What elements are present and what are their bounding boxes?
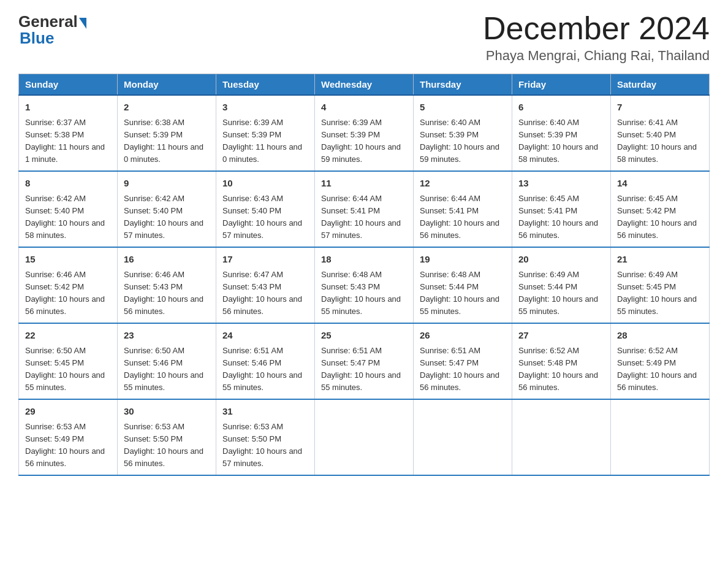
month-title: December 2024	[483, 12, 710, 44]
calendar-cell: 22 Sunrise: 6:50 AMSunset: 5:45 PMDaylig…	[19, 323, 118, 399]
page-header: General Blue December 2024 Phaya Mengrai…	[18, 12, 710, 64]
day-number: 22	[25, 329, 111, 343]
day-info: Sunrise: 6:49 AMSunset: 5:45 PMDaylight:…	[617, 270, 697, 316]
calendar-cell: 8 Sunrise: 6:42 AMSunset: 5:40 PMDayligh…	[19, 171, 118, 247]
header-friday: Friday	[512, 74, 611, 96]
calendar-cell: 1 Sunrise: 6:37 AMSunset: 5:38 PMDayligh…	[19, 95, 118, 171]
calendar-cell: 10 Sunrise: 6:43 AMSunset: 5:40 PMDaylig…	[216, 171, 315, 247]
week-row-1: 1 Sunrise: 6:37 AMSunset: 5:38 PMDayligh…	[19, 95, 710, 171]
week-row-5: 29 Sunrise: 6:53 AMSunset: 5:49 PMDaylig…	[19, 399, 710, 475]
day-number: 26	[420, 329, 506, 343]
title-area: December 2024 Phaya Mengrai, Chiang Rai,…	[483, 12, 710, 64]
calendar-cell: 26 Sunrise: 6:51 AMSunset: 5:47 PMDaylig…	[414, 323, 512, 399]
day-number: 27	[518, 329, 604, 343]
calendar-cell: 11 Sunrise: 6:44 AMSunset: 5:41 PMDaylig…	[315, 171, 414, 247]
day-number: 6	[518, 101, 604, 115]
day-number: 23	[124, 329, 210, 343]
header-saturday: Saturday	[611, 74, 710, 96]
day-number: 10	[222, 177, 308, 191]
day-number: 21	[617, 253, 703, 267]
day-number: 7	[617, 101, 703, 115]
day-info: Sunrise: 6:43 AMSunset: 5:40 PMDaylight:…	[222, 194, 302, 240]
day-info: Sunrise: 6:42 AMSunset: 5:40 PMDaylight:…	[124, 194, 203, 240]
day-number: 30	[124, 405, 210, 419]
day-number: 12	[420, 177, 506, 191]
day-info: Sunrise: 6:51 AMSunset: 5:47 PMDaylight:…	[420, 346, 499, 392]
day-number: 8	[25, 177, 111, 191]
day-info: Sunrise: 6:53 AMSunset: 5:50 PMDaylight:…	[222, 422, 302, 468]
day-info: Sunrise: 6:42 AMSunset: 5:40 PMDaylight:…	[25, 194, 105, 240]
day-info: Sunrise: 6:46 AMSunset: 5:42 PMDaylight:…	[25, 270, 105, 316]
header-wednesday: Wednesday	[315, 74, 414, 96]
calendar-cell: 7 Sunrise: 6:41 AMSunset: 5:40 PMDayligh…	[611, 95, 710, 171]
calendar-cell	[611, 399, 710, 475]
calendar-cell	[315, 399, 414, 475]
day-info: Sunrise: 6:48 AMSunset: 5:43 PMDaylight:…	[321, 270, 401, 316]
day-info: Sunrise: 6:53 AMSunset: 5:50 PMDaylight:…	[124, 422, 203, 468]
calendar-cell: 18 Sunrise: 6:48 AMSunset: 5:43 PMDaylig…	[315, 247, 414, 323]
day-number: 29	[25, 405, 111, 419]
week-row-3: 15 Sunrise: 6:46 AMSunset: 5:42 PMDaylig…	[19, 247, 710, 323]
day-info: Sunrise: 6:52 AMSunset: 5:48 PMDaylight:…	[518, 346, 598, 392]
calendar-cell: 29 Sunrise: 6:53 AMSunset: 5:49 PMDaylig…	[19, 399, 118, 475]
day-info: Sunrise: 6:51 AMSunset: 5:47 PMDaylight:…	[321, 346, 401, 392]
header-tuesday: Tuesday	[216, 74, 315, 96]
logo-blue-text: Blue	[18, 29, 54, 48]
header-monday: Monday	[118, 74, 216, 96]
day-number: 19	[420, 253, 506, 267]
calendar-cell: 25 Sunrise: 6:51 AMSunset: 5:47 PMDaylig…	[315, 323, 414, 399]
calendar-cell: 6 Sunrise: 6:40 AMSunset: 5:39 PMDayligh…	[512, 95, 611, 171]
calendar-cell	[414, 399, 512, 475]
day-number: 25	[321, 329, 407, 343]
day-number: 1	[25, 101, 111, 115]
day-number: 16	[124, 253, 210, 267]
day-number: 17	[222, 253, 308, 267]
day-info: Sunrise: 6:39 AMSunset: 5:39 PMDaylight:…	[321, 118, 401, 164]
header-sunday: Sunday	[19, 74, 118, 96]
day-number: 18	[321, 253, 407, 267]
calendar-cell: 14 Sunrise: 6:45 AMSunset: 5:42 PMDaylig…	[611, 171, 710, 247]
day-info: Sunrise: 6:39 AMSunset: 5:39 PMDaylight:…	[222, 118, 302, 164]
calendar-cell: 24 Sunrise: 6:51 AMSunset: 5:46 PMDaylig…	[216, 323, 315, 399]
day-info: Sunrise: 6:40 AMSunset: 5:39 PMDaylight:…	[420, 118, 499, 164]
day-info: Sunrise: 6:41 AMSunset: 5:40 PMDaylight:…	[617, 118, 697, 164]
calendar-cell: 2 Sunrise: 6:38 AMSunset: 5:39 PMDayligh…	[118, 95, 216, 171]
day-info: Sunrise: 6:40 AMSunset: 5:39 PMDaylight:…	[518, 118, 598, 164]
day-number: 13	[518, 177, 604, 191]
calendar-cell: 9 Sunrise: 6:42 AMSunset: 5:40 PMDayligh…	[118, 171, 216, 247]
calendar-cell: 16 Sunrise: 6:46 AMSunset: 5:43 PMDaylig…	[118, 247, 216, 323]
day-number: 28	[617, 329, 703, 343]
day-info: Sunrise: 6:53 AMSunset: 5:49 PMDaylight:…	[25, 422, 105, 468]
calendar-cell: 20 Sunrise: 6:49 AMSunset: 5:44 PMDaylig…	[512, 247, 611, 323]
calendar-table: Sunday Monday Tuesday Wednesday Thursday…	[18, 74, 710, 476]
day-number: 3	[222, 101, 308, 115]
day-number: 4	[321, 101, 407, 115]
header-thursday: Thursday	[414, 74, 512, 96]
day-info: Sunrise: 6:44 AMSunset: 5:41 PMDaylight:…	[321, 194, 401, 240]
logo: General Blue	[18, 12, 88, 48]
day-info: Sunrise: 6:47 AMSunset: 5:43 PMDaylight:…	[222, 270, 302, 316]
calendar-cell: 28 Sunrise: 6:52 AMSunset: 5:49 PMDaylig…	[611, 323, 710, 399]
calendar-cell: 4 Sunrise: 6:39 AMSunset: 5:39 PMDayligh…	[315, 95, 414, 171]
day-info: Sunrise: 6:50 AMSunset: 5:45 PMDaylight:…	[25, 346, 105, 392]
week-row-4: 22 Sunrise: 6:50 AMSunset: 5:45 PMDaylig…	[19, 323, 710, 399]
day-info: Sunrise: 6:52 AMSunset: 5:49 PMDaylight:…	[617, 346, 697, 392]
day-number: 2	[124, 101, 210, 115]
calendar-cell: 23 Sunrise: 6:50 AMSunset: 5:46 PMDaylig…	[118, 323, 216, 399]
calendar-cell: 15 Sunrise: 6:46 AMSunset: 5:42 PMDaylig…	[19, 247, 118, 323]
calendar-cell: 12 Sunrise: 6:44 AMSunset: 5:41 PMDaylig…	[414, 171, 512, 247]
calendar-cell: 5 Sunrise: 6:40 AMSunset: 5:39 PMDayligh…	[414, 95, 512, 171]
day-info: Sunrise: 6:49 AMSunset: 5:44 PMDaylight:…	[518, 270, 598, 316]
day-number: 15	[25, 253, 111, 267]
calendar-cell: 17 Sunrise: 6:47 AMSunset: 5:43 PMDaylig…	[216, 247, 315, 323]
day-number: 14	[617, 177, 703, 191]
calendar-cell: 27 Sunrise: 6:52 AMSunset: 5:48 PMDaylig…	[512, 323, 611, 399]
day-number: 24	[222, 329, 308, 343]
day-info: Sunrise: 6:45 AMSunset: 5:42 PMDaylight:…	[617, 194, 697, 240]
day-info: Sunrise: 6:48 AMSunset: 5:44 PMDaylight:…	[420, 270, 499, 316]
calendar-cell	[512, 399, 611, 475]
day-info: Sunrise: 6:50 AMSunset: 5:46 PMDaylight:…	[124, 346, 203, 392]
calendar-cell: 31 Sunrise: 6:53 AMSunset: 5:50 PMDaylig…	[216, 399, 315, 475]
calendar-cell: 19 Sunrise: 6:48 AMSunset: 5:44 PMDaylig…	[414, 247, 512, 323]
calendar-cell: 30 Sunrise: 6:53 AMSunset: 5:50 PMDaylig…	[118, 399, 216, 475]
